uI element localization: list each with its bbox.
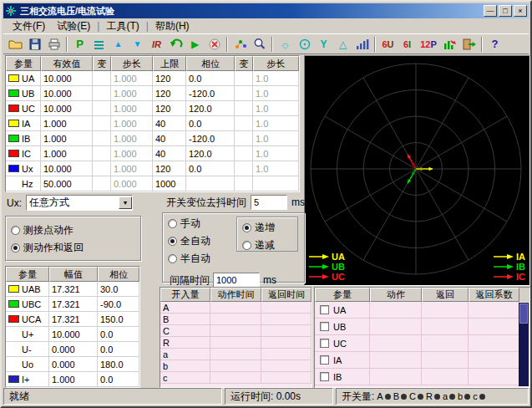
- step-cell[interactable]: 1.000: [111, 86, 153, 101]
- interval-input[interactable]: [213, 273, 260, 288]
- vary-cell[interactable]: [93, 86, 111, 101]
- save-button[interactable]: [25, 35, 44, 54]
- zoom-button[interactable]: [250, 35, 269, 54]
- contact-mode-option[interactable]: 测接点动作: [6, 222, 140, 239]
- step-cell[interactable]: 1.000: [111, 116, 153, 131]
- circle-view-button[interactable]: [295, 35, 314, 54]
- vary-cell[interactable]: [93, 101, 111, 116]
- step-up-button[interactable]: ▲: [109, 35, 128, 54]
- six-u-button[interactable]: 6U: [378, 35, 398, 54]
- contact-mode-option[interactable]: 测动作和返回: [6, 239, 140, 257]
- vary-cell[interactable]: [235, 131, 253, 146]
- stop-button[interactable]: [205, 35, 224, 54]
- menu-item[interactable]: 帮助(H): [149, 18, 195, 34]
- step-cell[interactable]: 1.000: [111, 101, 153, 116]
- rms-cell[interactable]: 50.000: [41, 176, 93, 191]
- vary-cell[interactable]: [235, 176, 253, 191]
- minimize-button[interactable]: —: [484, 5, 497, 17]
- phase-cell[interactable]: 0.0: [186, 116, 235, 131]
- direction-option[interactable]: 递增: [237, 219, 297, 237]
- exit-button[interactable]: [459, 35, 479, 54]
- rms-cell[interactable]: 10.000: [41, 71, 93, 86]
- phase-step-cell[interactable]: 1.0: [253, 71, 299, 86]
- phase-step-cell[interactable]: 1.0: [253, 131, 299, 146]
- phase-step-cell[interactable]: 1.0: [253, 146, 299, 161]
- limit-cell[interactable]: 1000: [153, 176, 186, 191]
- rms-cell[interactable]: 1.000: [41, 146, 93, 161]
- vary-cell[interactable]: [235, 116, 253, 131]
- limit-cell[interactable]: 120: [153, 161, 186, 176]
- phase-step-cell[interactable]: 1.0: [253, 86, 299, 101]
- step-down-button[interactable]: ▼: [128, 35, 147, 54]
- phase-step-cell[interactable]: 1.0: [253, 161, 299, 176]
- limit-cell[interactable]: 40: [153, 131, 186, 146]
- six-i-button[interactable]: 6I: [398, 35, 417, 54]
- p-output-button[interactable]: P: [70, 35, 89, 54]
- checkbox[interactable]: [320, 372, 329, 381]
- rms-cell[interactable]: 10.000: [41, 101, 93, 116]
- auto-mode-option[interactable]: 全自动: [163, 232, 236, 250]
- maximize-button[interactable]: □: [499, 5, 512, 17]
- menu-item[interactable]: 文件(F): [7, 18, 51, 34]
- auto-mode-option[interactable]: 手动: [163, 215, 236, 232]
- vary-cell[interactable]: [235, 146, 253, 161]
- rms-cell[interactable]: 10.000: [41, 161, 93, 176]
- start-button[interactable]: ▶: [185, 35, 205, 54]
- direction-option[interactable]: 递减: [237, 237, 297, 254]
- close-button[interactable]: ×: [514, 5, 527, 17]
- limit-cell[interactable]: 40: [153, 116, 186, 131]
- open-button[interactable]: [6, 35, 25, 54]
- print-button[interactable]: [44, 35, 63, 54]
- twelve-p-button[interactable]: 12P: [417, 35, 440, 54]
- vary-cell[interactable]: [235, 101, 253, 116]
- rms-cell[interactable]: 1.000: [41, 131, 93, 146]
- ux-mode-select[interactable]: 任意方式 ▼: [26, 195, 133, 211]
- vary-cell[interactable]: [93, 176, 111, 191]
- phase-cell[interactable]: 120.0: [186, 146, 235, 161]
- undo-button[interactable]: [166, 35, 185, 54]
- parallel-lines-button[interactable]: [89, 35, 109, 54]
- checkbox[interactable]: [320, 339, 329, 348]
- phase-cell[interactable]: 0.0: [186, 161, 235, 176]
- menu-item[interactable]: 试验(E): [51, 18, 96, 34]
- phase-step-cell[interactable]: 1.0: [253, 116, 299, 131]
- phase-step-cell[interactable]: [253, 176, 299, 191]
- step-cell[interactable]: 1.000: [111, 146, 153, 161]
- vary-cell[interactable]: [93, 146, 111, 161]
- vary-cell[interactable]: [235, 161, 253, 176]
- phasor-points-button[interactable]: [231, 35, 250, 54]
- checkbox[interactable]: [320, 305, 329, 314]
- harmonics-button[interactable]: [352, 35, 372, 54]
- ir-button[interactable]: IR: [147, 35, 166, 54]
- limit-cell[interactable]: 40: [153, 146, 186, 161]
- phase-step-cell[interactable]: 1.0: [253, 101, 299, 116]
- vertical-scrollbar[interactable]: [519, 303, 529, 386]
- brightness-button[interactable]: ☼: [276, 35, 295, 54]
- step-cell[interactable]: 0.000: [111, 176, 153, 191]
- limit-cell[interactable]: 120: [153, 71, 186, 86]
- vary-cell[interactable]: [93, 131, 111, 146]
- limit-cell[interactable]: 120: [153, 86, 186, 101]
- phase-cell[interactable]: 120.0: [186, 101, 235, 116]
- auto-mode-option[interactable]: 半自动: [163, 250, 236, 268]
- step-cell[interactable]: 1.000: [111, 71, 153, 86]
- vary-cell[interactable]: [235, 86, 253, 101]
- checkbox[interactable]: [320, 322, 329, 331]
- phase-cell[interactable]: 0.0: [186, 71, 235, 86]
- step-cell[interactable]: 1.000: [111, 131, 153, 146]
- phase-cell[interactable]: -120.0: [186, 86, 235, 101]
- step-cell[interactable]: 1.000: [111, 161, 153, 176]
- sequence-button[interactable]: [440, 35, 459, 54]
- rms-cell[interactable]: 10.000: [41, 86, 93, 101]
- phase-cell[interactable]: -120.0: [186, 131, 235, 146]
- rms-cell[interactable]: 1.000: [41, 116, 93, 131]
- phase-cell[interactable]: [186, 176, 235, 191]
- menu-item[interactable]: 工具(T): [100, 18, 144, 34]
- debounce-input[interactable]: [251, 195, 287, 210]
- limit-cell[interactable]: 120: [153, 101, 186, 116]
- wye-button[interactable]: Y: [314, 35, 333, 54]
- vary-cell[interactable]: [235, 71, 253, 86]
- checkbox[interactable]: [320, 355, 329, 365]
- vary-cell[interactable]: [93, 71, 111, 86]
- vary-cell[interactable]: [93, 116, 111, 131]
